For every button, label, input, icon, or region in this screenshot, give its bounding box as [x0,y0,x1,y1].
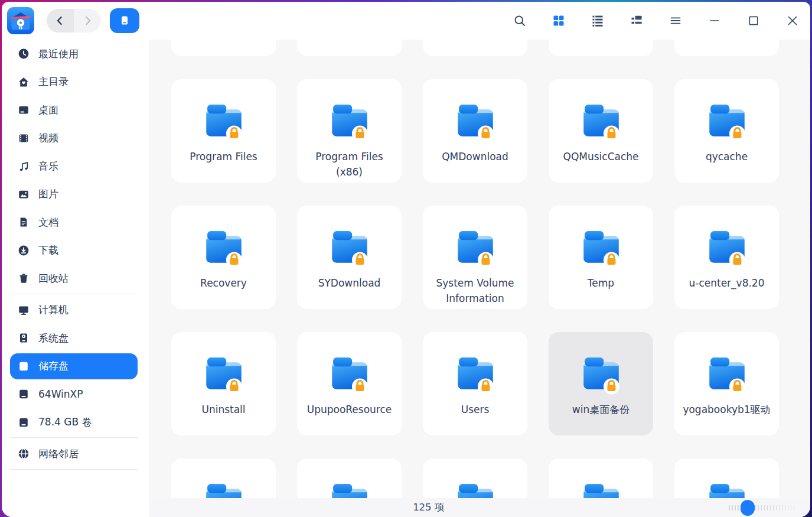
lock-badge-icon [729,125,745,141]
desktop-icon [18,104,30,116]
lock-badge-icon [603,378,619,394]
lock-badge-icon [351,125,367,141]
sidebar-item-label: 78.4 GB 卷 [38,415,92,429]
back-button[interactable] [47,9,74,32]
slider-thumb[interactable] [741,500,755,516]
list-view-button[interactable] [584,7,611,34]
lock-badge-icon [603,252,619,268]
storage-disk-icon [118,14,132,28]
folder-name: qycache [706,149,748,164]
folder-card[interactable]: qycache [674,79,779,183]
sidebar-item[interactable]: 网络邻居 [10,441,138,467]
titlebar-actions [506,7,806,34]
folder-icon [201,100,247,144]
folder-name: Recovery [200,275,247,291]
content-area: Program Files Program Files (x86) QMDown… [149,40,810,517]
storage-disk-icon [18,388,30,400]
folder-card[interactable]: Program Files (x86) [297,79,402,183]
maximize-button[interactable] [740,7,767,34]
folder-card[interactable]: Uninstall [171,332,276,435]
file-manager-app-icon [7,7,34,34]
sidebar-item[interactable]: 主目录 [10,69,138,95]
sidebar-item[interactable]: 音乐 [10,153,138,179]
folder-card-partial[interactable] [674,40,779,56]
close-button[interactable] [779,7,806,34]
detail-view-icon [630,14,644,28]
folder-card[interactable]: UpupooResource [297,332,402,435]
folder-card-partial[interactable] [171,40,276,56]
slider-ticks [729,505,795,511]
sidebar-item-label: 图片 [38,187,58,201]
folder-icon [327,226,373,270]
network-icon [18,448,30,460]
folder-name: SYDownload [318,275,381,291]
sidebar-item[interactable]: 视频 [10,125,138,151]
sidebar-item[interactable]: 下载 [10,238,138,264]
lock-badge-icon [729,378,745,394]
folder-card[interactable]: System Volume Information [423,206,527,309]
folder-card-partial[interactable] [297,40,402,56]
list-view-icon [591,14,605,28]
main-area: 最近使用 主目录 桌面 视频 音乐 图片 文档 下载 回收站 计算机 系统盘 储… [2,40,810,517]
folder-icon [201,353,247,396]
sidebar-item[interactable]: 图片 [10,181,138,207]
folder-name: Program Files (x86) [305,149,394,180]
folder-card-partial[interactable] [549,40,653,56]
folder-name: Program Files [190,149,257,164]
detail-view-button[interactable] [623,7,650,34]
sidebar-item-label: 下载 [38,243,58,257]
sidebar-item[interactable]: 文档 [10,209,138,235]
lock-badge-icon [729,252,745,268]
grid-view-icon [552,14,566,28]
sidebar-item[interactable]: 78.4 GB 卷 [10,409,138,435]
sidebar-item-label: 音乐 [38,160,58,173]
folder-card[interactable]: QQMusicCache [549,79,653,183]
sidebar-item-label: 网络邻居 [38,447,79,461]
storage-disk-icon [18,360,30,372]
folder-card[interactable]: Recovery [171,206,276,309]
home-icon [18,76,30,88]
sidebar-item[interactable]: 64WinXP [10,381,138,407]
search-button[interactable] [506,7,533,34]
sidebar-item[interactable]: 回收站 [10,265,138,291]
folder-card[interactable]: Users [423,332,527,435]
sidebar-item[interactable]: 桌面 [10,97,138,123]
folder-icon [704,353,750,396]
picture-icon [18,188,30,200]
folder-card[interactable]: Program Files [171,79,276,183]
music-icon [18,160,30,172]
active-tab-storage-disk[interactable] [110,8,139,33]
menu-button[interactable] [662,7,689,34]
folder-card[interactable]: yogabookyb1驱动 [674,332,779,435]
sidebar-item-label: 桌面 [38,103,58,117]
sidebar-item[interactable]: 储存盘 [10,353,138,379]
icon-size-slider[interactable] [729,500,795,516]
folder-icon [452,100,498,144]
sidebar-item-label: 文档 [38,216,58,229]
lock-badge-icon [351,378,367,394]
folder-icon [452,353,498,396]
folder-card[interactable]: SYDownload [297,206,402,309]
folder-card[interactable]: win桌面备份 [549,332,653,435]
close-icon [785,14,800,28]
lock-badge-icon [226,252,242,268]
folder-card[interactable]: Temp [549,206,653,309]
titlebar [2,2,810,40]
sidebar-item-label: 最近使用 [38,47,79,61]
folder-card[interactable]: u-center_v8.20 [674,206,779,309]
folder-icon [578,100,624,144]
sidebar-item[interactable]: 系统盘 [10,325,138,351]
folder-card[interactable]: QMDownload [423,79,527,183]
forward-button[interactable] [74,9,101,32]
folder-card-partial[interactable] [423,40,527,56]
sidebar-item[interactable]: 计算机 [10,297,138,323]
sidebar-separator [10,469,138,470]
grid-view-button[interactable] [545,7,572,34]
sidebar-separator [10,437,138,438]
document-icon [18,216,30,228]
chevron-left-icon [53,14,67,28]
minimize-button[interactable] [701,7,728,34]
lock-badge-icon [477,125,493,141]
lock-badge-icon [477,378,493,394]
sidebar-item[interactable]: 最近使用 [10,41,138,67]
